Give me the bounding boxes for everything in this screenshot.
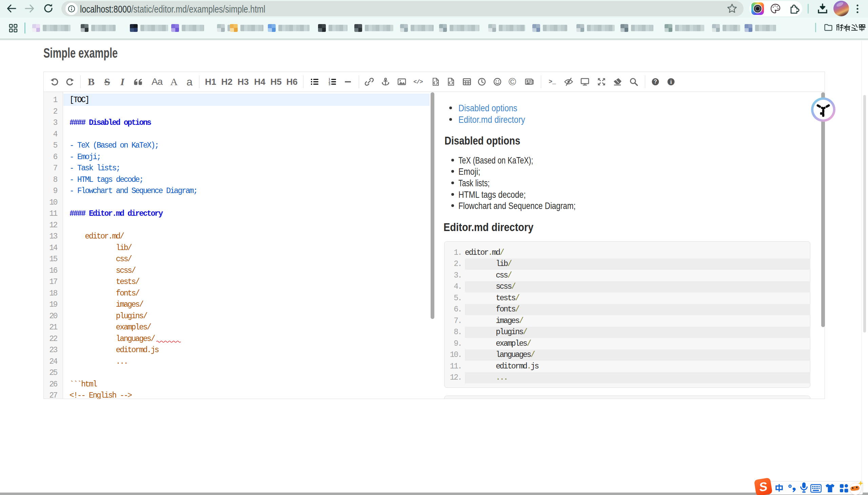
svg-text:i: i <box>670 79 672 85</box>
svg-text:3: 3 <box>329 83 330 86</box>
svg-text:?: ? <box>654 79 657 84</box>
